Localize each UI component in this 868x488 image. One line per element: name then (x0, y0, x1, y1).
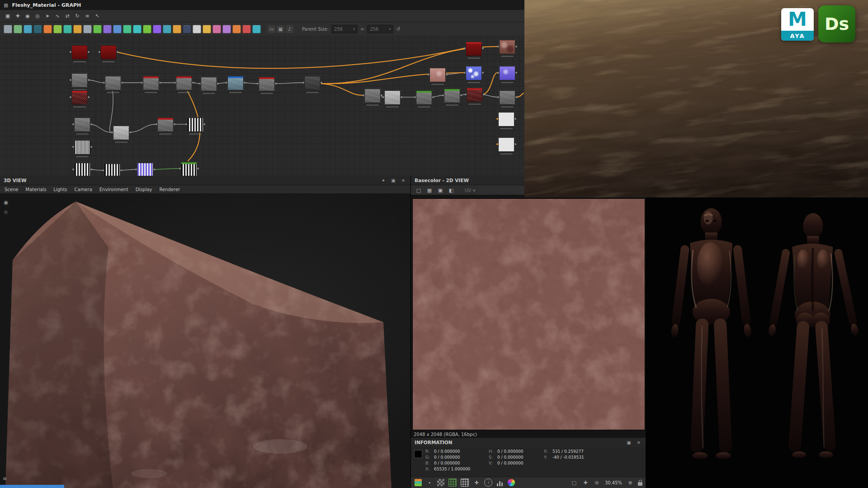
float-window-icon[interactable]: ▣ (390, 177, 397, 183)
comment-icon[interactable]: ▭ (268, 25, 275, 33)
graph-node-noise-8[interactable] (259, 77, 275, 91)
parent-size-width-dropdown[interactable]: 256 ▾ (331, 25, 358, 33)
graph-node-noise-13[interactable] (157, 117, 174, 132)
grayscale-conversion-node-icon[interactable] (113, 25, 122, 33)
parent-size-height-dropdown[interactable]: 256 ▾ (367, 25, 393, 33)
graph-node-bluepurple-28[interactable] (499, 66, 515, 80)
refresh-icon[interactable]: ↻ (73, 12, 81, 20)
uniform-color-node-icon[interactable] (33, 25, 42, 33)
graph-node-white-32[interactable] (498, 137, 514, 152)
normal-node-icon[interactable] (153, 25, 161, 33)
graph-node-stripes-16[interactable] (74, 163, 90, 176)
view3d-viewport[interactable]: ◉ ☼ ≡ (0, 193, 410, 488)
hsl-node-icon[interactable] (133, 25, 142, 33)
frame-view-icon[interactable]: □ (415, 186, 423, 194)
graph-node-noise-4[interactable] (143, 76, 159, 90)
zoom-tool-icon[interactable]: ◎ (33, 12, 42, 20)
graph-node-finestripes-15[interactable] (74, 140, 90, 155)
move-view-icon[interactable]: ✚ (582, 479, 589, 486)
pan-tool-icon[interactable]: ✚ (473, 479, 480, 486)
size-reset-icon[interactable]: ↺ (396, 26, 400, 32)
graph-node-red-0[interactable] (71, 45, 88, 60)
tile-generator-node-icon[interactable] (252, 25, 261, 33)
graph-node-blue-27[interactable] (466, 66, 482, 80)
graph-node-noise-23[interactable] (444, 89, 460, 103)
value-processor-node-icon[interactable] (193, 25, 201, 33)
graph-node-flesh-30[interactable] (499, 40, 515, 54)
pixel-processor-node-icon[interactable] (183, 25, 191, 33)
graph-node-noise-3[interactable] (105, 76, 121, 90)
graph-node-stripes-19[interactable] (181, 162, 197, 176)
graph-node-pink-26[interactable] (429, 68, 446, 82)
size-link-icon[interactable]: ∞ (360, 26, 364, 32)
close-icon[interactable]: ✕ (635, 439, 642, 446)
graph-node-lightnoise-21[interactable] (384, 90, 401, 105)
graph-node-noise-25[interactable] (499, 90, 515, 105)
levels-node-icon[interactable] (143, 25, 151, 33)
graph-node-noise-2[interactable] (71, 73, 88, 88)
graph-node-noise-11[interactable] (74, 117, 90, 132)
light-icon[interactable]: ☼ (2, 209, 9, 216)
text-node-icon[interactable] (24, 25, 32, 33)
viewport-scroll-indicator[interactable] (0, 485, 64, 488)
menu-lights[interactable]: Lights (53, 187, 67, 192)
histogram-icon[interactable] (496, 479, 504, 486)
blend-node-icon[interactable] (43, 25, 52, 33)
menu-scene[interactable]: Scene (5, 187, 19, 192)
graph-node-noise-5[interactable] (176, 76, 192, 90)
fx-map-node-icon[interactable] (212, 25, 221, 33)
gradient-map-node-icon[interactable] (103, 25, 112, 33)
menu-renderer[interactable]: Renderer (160, 187, 180, 192)
graph-node-purplestripes-18[interactable] (137, 163, 153, 176)
distance-node-icon[interactable] (83, 25, 92, 33)
export-icon[interactable]: ↖ (93, 12, 101, 20)
curve-node-icon[interactable] (123, 25, 132, 33)
graph-node-darknoise-9[interactable] (304, 76, 321, 90)
zoom-out-icon[interactable]: ⊖ (593, 479, 600, 486)
channel-select-icon[interactable]: ◧ (447, 186, 455, 194)
emboss-node-icon[interactable] (93, 25, 102, 33)
frame-all-icon[interactable]: ▣ (4, 12, 12, 20)
bitmap-node-icon[interactable] (4, 25, 12, 33)
graph-canvas[interactable] (0, 35, 524, 176)
graph-node-stripes-14[interactable] (187, 117, 203, 132)
microphone-icon[interactable]: ♪ (286, 25, 293, 33)
tile-sampler-node-icon[interactable] (232, 25, 241, 33)
directional-blur-node-icon[interactable] (63, 25, 72, 33)
graph-node-red-29[interactable] (466, 42, 482, 56)
frame-comment-icon[interactable]: ▦ (277, 25, 284, 33)
zoom-level[interactable]: 30.45% (604, 480, 623, 485)
graph-node-noise-6[interactable] (201, 77, 217, 91)
uv-mode-dropdown[interactable]: UV ▾ (462, 187, 478, 194)
close-icon[interactable]: ✕ (400, 177, 407, 183)
graph-node-red-1[interactable] (100, 45, 117, 60)
move-tool-icon[interactable]: ✚ (14, 12, 22, 20)
menu-environment[interactable]: Environment (99, 187, 128, 192)
pin-icon[interactable]: ✦ (380, 177, 387, 183)
zoom-in-icon[interactable]: ⊕ (627, 479, 634, 486)
graph-node-stripes-17[interactable] (104, 164, 120, 176)
viewport-layers-icon[interactable]: ≡ (3, 476, 7, 482)
menu-display[interactable]: Display (136, 187, 152, 192)
channels-stack-icon[interactable] (415, 479, 422, 486)
pixel-grid-icon[interactable] (461, 479, 469, 487)
fit-view-icon[interactable]: □ (571, 479, 578, 486)
transform-2d-node-icon[interactable] (173, 25, 181, 33)
directional-warp-node-icon[interactable] (73, 25, 82, 33)
splatter-node-icon[interactable] (222, 25, 231, 33)
select-tool-icon[interactable]: ➤ (43, 12, 52, 20)
graph-node-white-31[interactable] (498, 112, 514, 127)
graph-node-noise-22[interactable] (416, 90, 432, 105)
save-image-icon[interactable]: ▦ (425, 186, 434, 194)
background-checker-icon[interactable] (437, 479, 444, 486)
graph-node-noise-20[interactable] (364, 89, 381, 103)
svg-node-icon[interactable] (14, 25, 22, 33)
view2d-canvas[interactable]: 2048 x 2048 (RGBA, 16bpc) (411, 195, 646, 438)
lock-icon[interactable] (638, 482, 642, 486)
copy-image-icon[interactable]: ▣ (436, 186, 444, 194)
graph-node-redspeckle-10[interactable] (71, 90, 88, 105)
swap-links-icon[interactable]: ⇄ (63, 12, 71, 20)
info-icon[interactable]: i (484, 479, 492, 487)
camera-icon[interactable]: ◉ (2, 199, 9, 206)
uv-grid-icon[interactable] (448, 479, 457, 487)
